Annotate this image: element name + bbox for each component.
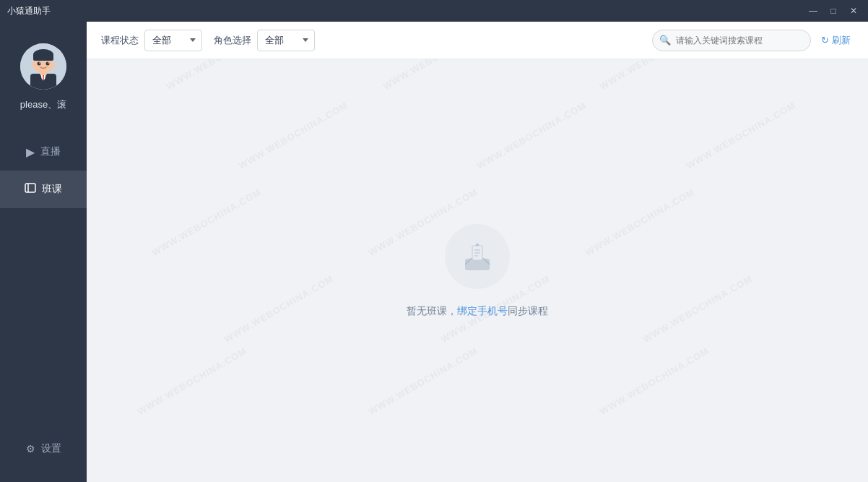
empty-icon (445, 224, 510, 289)
settings-label: 设置 (41, 442, 61, 455)
svg-rect-14 (25, 184, 35, 192)
refresh-button[interactable]: ↻ 刷新 (818, 30, 854, 51)
empty-suffix: 同步课程 (508, 305, 548, 317)
minimize-button[interactable]: — (806, 4, 820, 18)
empty-prefix: 暂无班课， (407, 305, 457, 317)
titlebar: 小猿通助手 — □ ✕ (0, 0, 868, 22)
username-label: please、滚 (20, 98, 66, 111)
toolbar: 课程状态 全部 进行中 已结束 角色选择 全部 学生 教师 🔍 (87, 22, 868, 59)
content-area: 暂无班课，绑定手机号同步课程 (87, 59, 868, 482)
class-icon (25, 182, 36, 197)
live-icon: ▶ (26, 145, 35, 159)
svg-point-12 (32, 63, 35, 67)
settings-item[interactable]: ⚙ 设置 (0, 430, 87, 468)
role-select[interactable]: 全部 学生 教师 (257, 30, 315, 51)
close-button[interactable]: ✕ (846, 4, 861, 18)
svg-point-10 (39, 62, 40, 64)
sidebar: please、滚 ▶ 直播 班课 ⚙ 设置 (0, 22, 87, 482)
empty-message: 暂无班课，绑定手机号同步课程 (407, 305, 548, 318)
settings-icon: ⚙ (26, 443, 35, 455)
nav-items: ▶ 直播 班课 (0, 133, 87, 208)
sidebar-item-live-label: 直播 (40, 145, 61, 158)
course-status-filter: 课程状态 全部 进行中 已结束 (101, 30, 202, 51)
svg-point-8 (38, 62, 41, 66)
app-layout: please、滚 ▶ 直播 班课 ⚙ 设置 (0, 22, 868, 482)
svg-rect-7 (33, 53, 53, 61)
course-status-select[interactable]: 全部 进行中 已结束 (144, 30, 202, 51)
search-input[interactable] (652, 30, 811, 51)
main-content: WWW.WEBOCHINA.COM WWW.WEBOCHINA.COM WWW.… (87, 22, 868, 482)
app-title: 小猿通助手 (7, 5, 51, 17)
sidebar-item-class-label: 班课 (42, 183, 62, 196)
search-wrapper: 🔍 (652, 30, 811, 51)
avatar-section: please、滚 (20, 22, 66, 126)
avatar (20, 43, 66, 90)
window-controls: — □ ✕ (806, 4, 861, 18)
sidebar-item-class[interactable]: 班课 (0, 171, 87, 208)
svg-point-11 (48, 62, 49, 64)
refresh-icon: ↻ (821, 35, 829, 46)
bind-phone-link[interactable]: 绑定手机号 (457, 305, 508, 317)
svg-point-13 (52, 63, 56, 67)
role-label: 角色选择 (214, 34, 251, 47)
refresh-label: 刷新 (832, 34, 851, 47)
sidebar-item-live[interactable]: ▶ 直播 (0, 133, 87, 171)
search-area: 🔍 ↻ 刷新 (652, 30, 854, 51)
role-filter: 角色选择 全部 学生 教师 (214, 30, 315, 51)
svg-point-9 (46, 62, 50, 66)
course-status-label: 课程状态 (101, 34, 139, 47)
maximize-button[interactable]: □ (826, 4, 841, 18)
